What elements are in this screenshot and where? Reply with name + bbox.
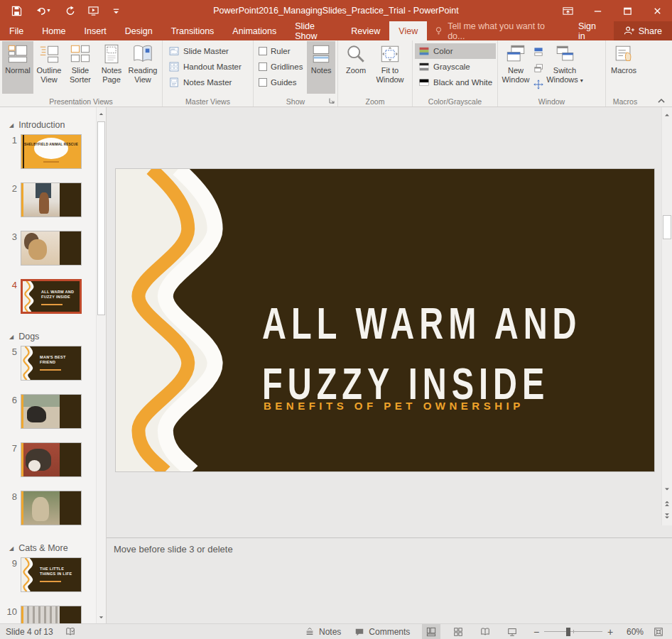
fit-to-window-button[interactable]: Fit to Window [372, 41, 408, 94]
close-button[interactable] [642, 0, 672, 21]
black-and-white-button[interactable]: Black and White [415, 75, 496, 90]
reading-view-statusbar-button[interactable] [476, 624, 494, 639]
notes-text[interactable]: Move before slide 3 or delete [114, 544, 665, 555]
notes-statusbar-button[interactable]: Notes [304, 626, 341, 638]
slide-thumbnail-7[interactable]: 7 [0, 442, 95, 491]
notes-pane[interactable]: Move before slide 3 or delete [107, 537, 672, 623]
section-collapse-icon[interactable]: ◢ [9, 122, 13, 129]
slide-thumbnail-image[interactable]: ALL WARM AND FUZZY INSIDE [21, 279, 82, 314]
outline-view-button[interactable]: Outline View [33, 41, 65, 94]
slide-canvas[interactable]: ALL WARM AND FUZZY INSIDE BENEFITS OF PE… [115, 168, 655, 472]
slide-master-button[interactable]: Slide Master [165, 43, 245, 59]
slide-sorter-button[interactable]: Slide Sorter [65, 41, 96, 94]
redo-button[interactable] [64, 4, 77, 17]
tab-view[interactable]: View [389, 21, 427, 40]
slide-thumbnail-image[interactable] [21, 606, 82, 623]
tab-home[interactable]: Home [33, 21, 75, 40]
slide-thumbnail-image[interactable] [21, 182, 82, 217]
macros-button[interactable]: Macros [608, 41, 639, 94]
reading-view-button[interactable]: Reading View [127, 41, 158, 94]
undo-dropdown-caret[interactable]: ▾ [47, 8, 50, 13]
tab-design[interactable]: Design [116, 21, 162, 40]
normal-view-statusbar-button[interactable] [422, 624, 440, 639]
main-scrollbar-thumb[interactable] [663, 215, 671, 239]
slide-thumbnail-image[interactable] [21, 394, 82, 429]
section-collapse-icon[interactable]: ◢ [9, 334, 13, 340]
scroll-up-button[interactable] [663, 109, 671, 121]
slide-title[interactable]: ALL WARM AND FUZZY INSIDE [262, 294, 582, 414]
fit-slide-to-window-button[interactable] [649, 624, 668, 639]
cascade-button[interactable] [531, 61, 546, 75]
minimize-button[interactable] [582, 0, 612, 21]
zoom-slider-thumb[interactable] [566, 628, 570, 636]
spell-check-button[interactable] [65, 626, 76, 638]
slide-thumbnail-6[interactable]: 6 [0, 394, 95, 442]
slide-thumbnail-8[interactable]: 8 [0, 491, 95, 539]
section-header-dogs[interactable]: ◢Dogs [0, 327, 95, 346]
section-collapse-icon[interactable]: ◢ [9, 545, 13, 552]
slide-thumbnail-image[interactable] [21, 442, 82, 477]
slide-thumbnail-image[interactable]: MAN'S BEST FRIEND [21, 346, 82, 381]
handout-master-button[interactable]: Handout Master [165, 59, 245, 75]
zoom-in-button[interactable]: + [604, 626, 617, 638]
slide-thumbnail-image[interactable] [21, 491, 82, 525]
tell-me-box[interactable]: Tell me what you want to do... [427, 21, 570, 40]
slide-thumbnail-10[interactable]: 10 [0, 606, 95, 623]
thumbnail-scrollbar-thumb[interactable] [97, 121, 105, 315]
slide-show-statusbar-button[interactable] [503, 624, 521, 639]
thumbnail-scroll-up-button[interactable] [97, 109, 105, 119]
tab-transitions[interactable]: Transitions [162, 21, 224, 40]
guides-checkbox[interactable]: Guides [256, 75, 305, 90]
start-slideshow-button[interactable] [87, 4, 99, 17]
zoom-slider[interactable] [544, 624, 602, 639]
customize-qat-button[interactable] [109, 4, 122, 17]
zoom-out-button[interactable]: − [530, 626, 543, 638]
comments-statusbar-button[interactable]: Comments [354, 626, 410, 638]
slide-thumbnail-image[interactable]: THE LITTLE THINGS IN LIFE [21, 557, 82, 592]
normal-view-button[interactable]: Normal [2, 41, 33, 94]
move-split-button[interactable] [531, 77, 546, 92]
tab-insert[interactable]: Insert [75, 21, 116, 40]
section-header-cats-more[interactable]: ◢Cats & More [0, 539, 95, 557]
slide-thumbnail-5[interactable]: 5MAN'S BEST FRIEND [0, 346, 95, 394]
tab-slide-show[interactable]: Slide Show [286, 21, 342, 40]
slide-thumbnail-1[interactable]: 1SHELBYFIELD ANIMAL RESCUE [0, 134, 95, 182]
thumbnail-scroll-down-button[interactable] [97, 612, 105, 622]
slide-thumbnail-3[interactable]: 3 [0, 231, 95, 279]
arrange-all-button[interactable] [531, 45, 546, 59]
tab-review[interactable]: Review [342, 21, 389, 40]
thumbnail-scrollbar[interactable] [96, 107, 106, 623]
undo-button[interactable]: ▾ [33, 4, 54, 17]
zoom-button[interactable]: Zoom [340, 41, 372, 94]
notes-master-button[interactable]: Notes Master [165, 75, 245, 90]
sign-in-link[interactable]: Sign in [570, 21, 614, 40]
scroll-down-button[interactable] [663, 484, 671, 495]
share-button[interactable]: Share [614, 21, 672, 40]
slide-thumbnail-image[interactable] [21, 231, 82, 266]
maximize-button[interactable] [612, 0, 642, 21]
tab-animations[interactable]: Animations [223, 21, 286, 40]
main-vertical-scrollbar[interactable] [661, 107, 672, 525]
slide-thumbnail-4[interactable]: 4ALL WARM AND FUZZY INSIDE [0, 279, 95, 327]
slide-sorter-statusbar-button[interactable] [449, 624, 467, 639]
switch-windows-button[interactable]: Switch Windows ▾ [546, 41, 584, 94]
slide-thumbnail-9[interactable]: 9THE LITTLE THINGS IN LIFE [0, 557, 95, 606]
notes-page-button[interactable]: Notes Page [96, 41, 127, 94]
previous-slide-button[interactable] [663, 498, 671, 509]
new-window-button[interactable]: New Window [500, 41, 531, 94]
tab-file[interactable]: File [0, 21, 33, 40]
grayscale-button[interactable]: Grayscale [415, 59, 496, 75]
gridlines-checkbox[interactable]: Gridlines [256, 59, 305, 75]
ribbon-display-options-button[interactable] [553, 0, 582, 21]
section-header-introduction[interactable]: ◢Introduction [0, 116, 95, 134]
slide-thumbnail-image[interactable]: SHELBYFIELD ANIMAL RESCUE [21, 134, 82, 169]
slide-thumbnail-2[interactable]: 2 [0, 182, 95, 231]
slide-subtitle[interactable]: BENEFITS OF PET OWNERSHIP [264, 400, 524, 412]
save-button[interactable] [10, 4, 23, 17]
ruler-checkbox[interactable]: Ruler [256, 43, 305, 59]
zoom-level[interactable]: 60% [617, 627, 644, 637]
notes-toggle-button[interactable]: Notes [307, 41, 335, 94]
collapse-ribbon-button[interactable] [656, 96, 666, 104]
next-slide-button[interactable] [663, 510, 671, 522]
color-button[interactable]: Color [415, 43, 496, 59]
